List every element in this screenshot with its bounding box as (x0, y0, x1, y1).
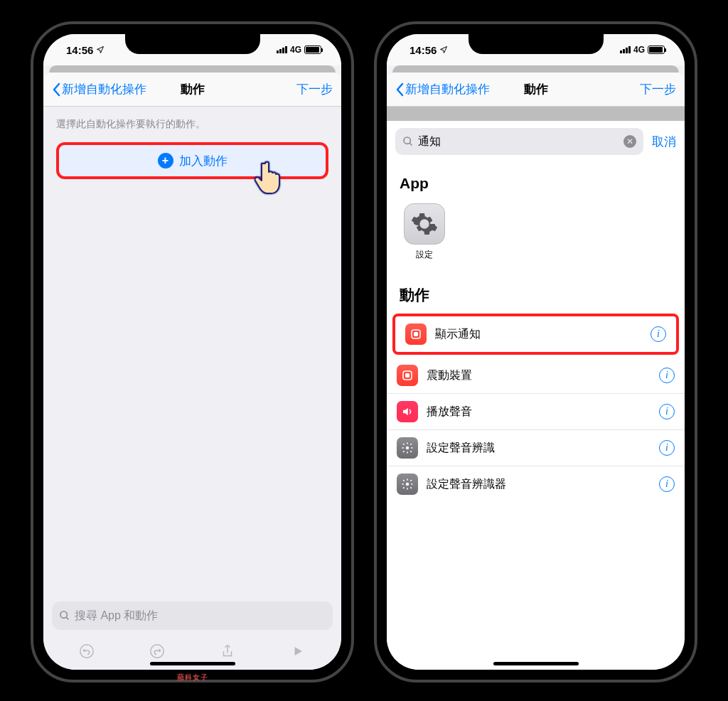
svg-line-1 (66, 617, 68, 619)
signal-icon (620, 46, 631, 53)
nav-title: 動作 (181, 81, 205, 97)
action-title: 播放聲音 (427, 405, 651, 419)
nav-bar: 新增自動化操作 動作 下一步 (387, 73, 685, 107)
tap-gesture-icon (255, 159, 283, 195)
status-time: 14:56 (66, 44, 93, 56)
action-row-play-sound[interactable]: 播放聲音 i (387, 394, 685, 430)
search-placeholder: 搜尋 App 和動作 (75, 609, 158, 624)
app-item-settings[interactable]: 設定 (400, 203, 449, 261)
action-list: 顯示通知 i 震動裝置 i 播放聲音 i 設定聲音辨識 i (387, 311, 685, 502)
notch (125, 34, 260, 54)
shortcut-icon (397, 365, 418, 386)
search-value: 通知 (418, 134, 619, 149)
sheet-backdrop (49, 65, 336, 73)
cancel-button[interactable]: 取消 (652, 134, 676, 150)
action-row-set-sound-recognizer[interactable]: 設定聲音辨識器 i (387, 466, 685, 502)
svg-point-2 (80, 645, 93, 658)
svg-point-3 (151, 645, 164, 658)
battery-icon (304, 46, 321, 54)
action-title: 設定聲音辨識 (427, 441, 651, 456)
action-row-show-notification[interactable]: 顯示通知 i (392, 314, 679, 355)
content-area: 選擇此自動化操作要執行的動作。 + 加入動作 搜尋 App 和動作 (43, 107, 341, 670)
play-button[interactable] (289, 643, 306, 660)
action-row-vibrate[interactable]: 震動裝置 i (387, 358, 685, 394)
section-actions-title: 動作 (387, 272, 685, 311)
back-label: 新增自動化操作 (62, 81, 146, 97)
next-button[interactable]: 下一步 (296, 81, 333, 97)
phone-left: 14:56 4G 新增自動化操作 動作 下一步 選擇此自動化操作要執行的動作。 (31, 21, 354, 683)
search-input[interactable]: 通知 ✕ (395, 128, 643, 155)
search-icon (59, 610, 70, 621)
location-icon (439, 44, 448, 56)
svg-point-11 (406, 483, 410, 486)
signal-icon (277, 46, 287, 53)
location-icon (96, 44, 105, 56)
action-row-set-sound-recognition[interactable]: 設定聲音辨識 i (387, 430, 685, 466)
info-button[interactable]: i (659, 404, 675, 419)
info-button[interactable]: i (659, 476, 675, 492)
search-icon (402, 136, 414, 147)
add-action-button[interactable]: + 加入動作 (56, 142, 328, 179)
network-label: 4G (290, 45, 301, 55)
battery-icon (648, 46, 665, 54)
shortcut-icon (405, 323, 427, 345)
network-label: 4G (633, 45, 645, 55)
home-indicator (493, 662, 579, 665)
sound-icon (397, 401, 418, 422)
undo-button[interactable] (78, 643, 95, 660)
info-button[interactable]: i (659, 440, 675, 456)
home-indicator (150, 662, 235, 665)
svg-rect-7 (414, 332, 418, 336)
action-title: 顯示通知 (435, 327, 642, 342)
clear-search-button[interactable]: ✕ (623, 135, 636, 148)
app-grid: 設定 (387, 198, 685, 272)
svg-point-0 (60, 611, 67, 618)
settings-app-icon (404, 203, 445, 245)
svg-line-5 (410, 143, 412, 145)
svg-rect-9 (405, 373, 410, 378)
svg-point-10 (406, 446, 410, 450)
back-button[interactable]: 新增自動化操作 (395, 81, 490, 97)
notch (469, 34, 604, 54)
watermark: 蘋科女子 (177, 673, 208, 683)
settings-icon (397, 437, 418, 459)
nav-bar: 新增自動化操作 動作 下一步 (43, 73, 341, 107)
info-button[interactable]: i (651, 326, 666, 342)
action-title: 設定聲音辨識器 (427, 477, 651, 492)
back-label: 新增自動化操作 (405, 81, 490, 97)
plus-circle-icon: + (158, 153, 173, 168)
chevron-left-icon (395, 82, 404, 97)
settings-icon (397, 473, 418, 495)
status-time: 14:56 (410, 44, 437, 56)
chevron-left-icon (52, 82, 60, 97)
add-action-label: 加入動作 (179, 153, 228, 169)
share-button[interactable] (219, 643, 236, 660)
search-bar[interactable]: 搜尋 App 和動作 (52, 601, 333, 630)
app-label: 設定 (416, 249, 433, 261)
back-button[interactable]: 新增自動化操作 (52, 81, 146, 97)
nav-title: 動作 (524, 81, 548, 97)
redo-button[interactable] (149, 643, 166, 660)
results-area[interactable]: App 設定 動作 顯示通知 i 震動裝置 (387, 162, 685, 670)
gray-strip (387, 107, 685, 121)
sheet-backdrop (392, 65, 679, 73)
next-button[interactable]: 下一步 (640, 81, 676, 97)
section-caption: 選擇此自動化操作要執行的動作。 (43, 107, 341, 139)
info-button[interactable]: i (659, 368, 675, 383)
section-app-title: App (387, 162, 685, 198)
action-title: 震動裝置 (427, 368, 651, 383)
svg-point-4 (404, 137, 410, 144)
phone-right: 14:56 4G 新增自動化操作 動作 下一步 (374, 21, 697, 683)
search-area: 通知 ✕ 取消 (387, 121, 685, 162)
